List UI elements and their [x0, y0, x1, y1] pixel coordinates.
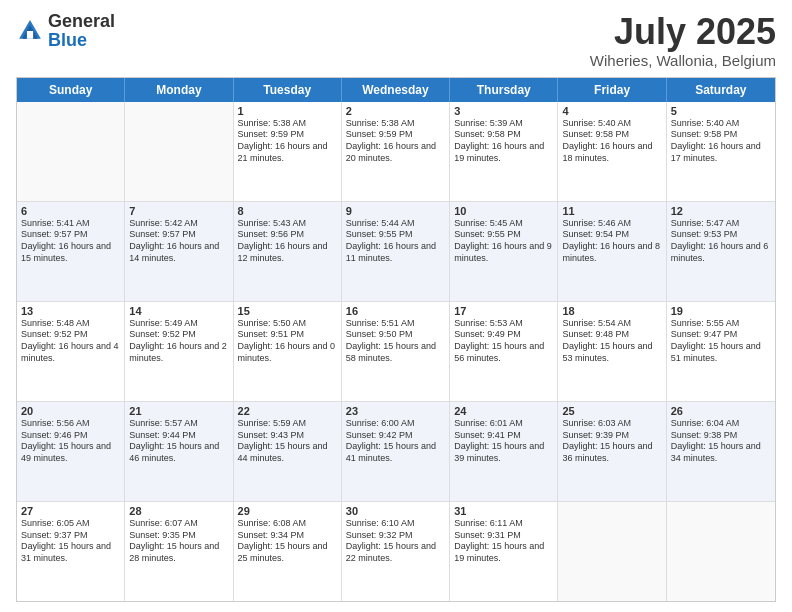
cell-info: Sunrise: 6:00 AM Sunset: 9:42 PM Dayligh…	[346, 418, 445, 465]
page: General Blue July 2025 Wiheries, Walloni…	[0, 0, 792, 612]
subtitle: Wiheries, Wallonia, Belgium	[590, 52, 776, 69]
day-header-monday: Monday	[125, 78, 233, 102]
cell-info: Sunrise: 6:01 AM Sunset: 9:41 PM Dayligh…	[454, 418, 553, 465]
day-number: 8	[238, 205, 337, 217]
cell-info: Sunrise: 5:48 AM Sunset: 9:52 PM Dayligh…	[21, 318, 120, 365]
calendar-cell: 5Sunrise: 5:40 AM Sunset: 9:58 PM Daylig…	[667, 102, 775, 201]
title-block: July 2025 Wiheries, Wallonia, Belgium	[590, 12, 776, 69]
day-number: 26	[671, 405, 771, 417]
calendar-cell	[17, 102, 125, 201]
calendar-cell: 30Sunrise: 6:10 AM Sunset: 9:32 PM Dayli…	[342, 502, 450, 601]
cell-info: Sunrise: 5:57 AM Sunset: 9:44 PM Dayligh…	[129, 418, 228, 465]
calendar-row: 1Sunrise: 5:38 AM Sunset: 9:59 PM Daylig…	[17, 102, 775, 202]
calendar-cell: 26Sunrise: 6:04 AM Sunset: 9:38 PM Dayli…	[667, 402, 775, 501]
cell-info: Sunrise: 6:08 AM Sunset: 9:34 PM Dayligh…	[238, 518, 337, 565]
cell-info: Sunrise: 5:41 AM Sunset: 9:57 PM Dayligh…	[21, 218, 120, 265]
svg-rect-2	[27, 31, 33, 39]
day-header-thursday: Thursday	[450, 78, 558, 102]
cell-info: Sunrise: 5:40 AM Sunset: 9:58 PM Dayligh…	[671, 118, 771, 165]
cell-info: Sunrise: 5:54 AM Sunset: 9:48 PM Dayligh…	[562, 318, 661, 365]
day-number: 6	[21, 205, 120, 217]
day-number: 29	[238, 505, 337, 517]
logo-text: General Blue	[48, 12, 115, 50]
day-number: 18	[562, 305, 661, 317]
day-number: 9	[346, 205, 445, 217]
calendar-cell: 12Sunrise: 5:47 AM Sunset: 9:53 PM Dayli…	[667, 202, 775, 301]
calendar-cell: 6Sunrise: 5:41 AM Sunset: 9:57 PM Daylig…	[17, 202, 125, 301]
day-number: 1	[238, 105, 337, 117]
cell-info: Sunrise: 5:44 AM Sunset: 9:55 PM Dayligh…	[346, 218, 445, 265]
calendar-cell: 22Sunrise: 5:59 AM Sunset: 9:43 PM Dayli…	[234, 402, 342, 501]
cell-info: Sunrise: 5:38 AM Sunset: 9:59 PM Dayligh…	[238, 118, 337, 165]
cell-info: Sunrise: 5:50 AM Sunset: 9:51 PM Dayligh…	[238, 318, 337, 365]
calendar-row: 27Sunrise: 6:05 AM Sunset: 9:37 PM Dayli…	[17, 502, 775, 601]
day-header-saturday: Saturday	[667, 78, 775, 102]
day-number: 13	[21, 305, 120, 317]
cell-info: Sunrise: 5:53 AM Sunset: 9:49 PM Dayligh…	[454, 318, 553, 365]
day-number: 7	[129, 205, 228, 217]
logo: General Blue	[16, 12, 115, 50]
cell-info: Sunrise: 5:55 AM Sunset: 9:47 PM Dayligh…	[671, 318, 771, 365]
calendar-cell: 13Sunrise: 5:48 AM Sunset: 9:52 PM Dayli…	[17, 302, 125, 401]
cell-info: Sunrise: 5:45 AM Sunset: 9:55 PM Dayligh…	[454, 218, 553, 265]
main-title: July 2025	[590, 12, 776, 52]
calendar-header: SundayMondayTuesdayWednesdayThursdayFrid…	[17, 78, 775, 102]
day-number: 14	[129, 305, 228, 317]
cell-info: Sunrise: 5:49 AM Sunset: 9:52 PM Dayligh…	[129, 318, 228, 365]
calendar-cell: 9Sunrise: 5:44 AM Sunset: 9:55 PM Daylig…	[342, 202, 450, 301]
calendar-cell: 8Sunrise: 5:43 AM Sunset: 9:56 PM Daylig…	[234, 202, 342, 301]
cell-info: Sunrise: 5:47 AM Sunset: 9:53 PM Dayligh…	[671, 218, 771, 265]
cell-info: Sunrise: 6:11 AM Sunset: 9:31 PM Dayligh…	[454, 518, 553, 565]
day-number: 25	[562, 405, 661, 417]
day-number: 27	[21, 505, 120, 517]
day-number: 17	[454, 305, 553, 317]
cell-info: Sunrise: 5:56 AM Sunset: 9:46 PM Dayligh…	[21, 418, 120, 465]
calendar: SundayMondayTuesdayWednesdayThursdayFrid…	[16, 77, 776, 602]
calendar-cell: 7Sunrise: 5:42 AM Sunset: 9:57 PM Daylig…	[125, 202, 233, 301]
calendar-cell: 14Sunrise: 5:49 AM Sunset: 9:52 PM Dayli…	[125, 302, 233, 401]
day-number: 28	[129, 505, 228, 517]
cell-info: Sunrise: 5:43 AM Sunset: 9:56 PM Dayligh…	[238, 218, 337, 265]
cell-info: Sunrise: 5:51 AM Sunset: 9:50 PM Dayligh…	[346, 318, 445, 365]
calendar-body: 1Sunrise: 5:38 AM Sunset: 9:59 PM Daylig…	[17, 102, 775, 601]
calendar-cell: 31Sunrise: 6:11 AM Sunset: 9:31 PM Dayli…	[450, 502, 558, 601]
cell-info: Sunrise: 6:04 AM Sunset: 9:38 PM Dayligh…	[671, 418, 771, 465]
day-header-tuesday: Tuesday	[234, 78, 342, 102]
header: General Blue July 2025 Wiheries, Walloni…	[16, 12, 776, 69]
calendar-row: 20Sunrise: 5:56 AM Sunset: 9:46 PM Dayli…	[17, 402, 775, 502]
logo-blue: Blue	[48, 30, 87, 50]
calendar-cell: 11Sunrise: 5:46 AM Sunset: 9:54 PM Dayli…	[558, 202, 666, 301]
day-number: 12	[671, 205, 771, 217]
day-number: 21	[129, 405, 228, 417]
day-number: 5	[671, 105, 771, 117]
calendar-cell: 19Sunrise: 5:55 AM Sunset: 9:47 PM Dayli…	[667, 302, 775, 401]
day-number: 11	[562, 205, 661, 217]
calendar-cell: 23Sunrise: 6:00 AM Sunset: 9:42 PM Dayli…	[342, 402, 450, 501]
day-number: 31	[454, 505, 553, 517]
day-number: 19	[671, 305, 771, 317]
day-number: 20	[21, 405, 120, 417]
day-number: 24	[454, 405, 553, 417]
calendar-cell: 1Sunrise: 5:38 AM Sunset: 9:59 PM Daylig…	[234, 102, 342, 201]
day-header-friday: Friday	[558, 78, 666, 102]
calendar-cell	[558, 502, 666, 601]
day-number: 15	[238, 305, 337, 317]
calendar-cell: 27Sunrise: 6:05 AM Sunset: 9:37 PM Dayli…	[17, 502, 125, 601]
calendar-cell	[667, 502, 775, 601]
calendar-cell: 16Sunrise: 5:51 AM Sunset: 9:50 PM Dayli…	[342, 302, 450, 401]
logo-icon	[16, 17, 44, 45]
calendar-cell: 15Sunrise: 5:50 AM Sunset: 9:51 PM Dayli…	[234, 302, 342, 401]
cell-info: Sunrise: 6:10 AM Sunset: 9:32 PM Dayligh…	[346, 518, 445, 565]
calendar-cell: 3Sunrise: 5:39 AM Sunset: 9:58 PM Daylig…	[450, 102, 558, 201]
cell-info: Sunrise: 5:40 AM Sunset: 9:58 PM Dayligh…	[562, 118, 661, 165]
calendar-cell: 2Sunrise: 5:38 AM Sunset: 9:59 PM Daylig…	[342, 102, 450, 201]
cell-info: Sunrise: 6:03 AM Sunset: 9:39 PM Dayligh…	[562, 418, 661, 465]
day-number: 3	[454, 105, 553, 117]
calendar-cell	[125, 102, 233, 201]
calendar-cell: 25Sunrise: 6:03 AM Sunset: 9:39 PM Dayli…	[558, 402, 666, 501]
cell-info: Sunrise: 6:05 AM Sunset: 9:37 PM Dayligh…	[21, 518, 120, 565]
day-number: 10	[454, 205, 553, 217]
day-header-sunday: Sunday	[17, 78, 125, 102]
calendar-cell: 10Sunrise: 5:45 AM Sunset: 9:55 PM Dayli…	[450, 202, 558, 301]
calendar-row: 13Sunrise: 5:48 AM Sunset: 9:52 PM Dayli…	[17, 302, 775, 402]
